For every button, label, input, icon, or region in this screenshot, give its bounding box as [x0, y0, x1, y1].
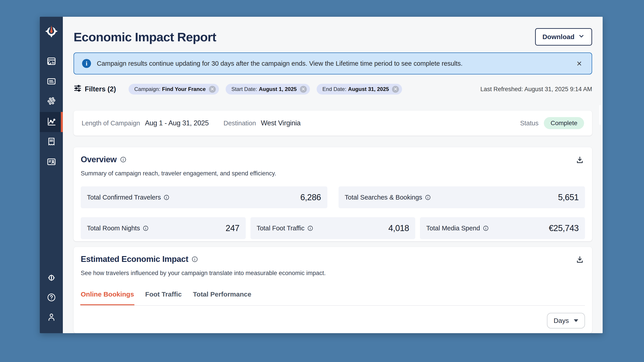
filters-label: Filters (2)	[74, 84, 116, 94]
app-logo[interactable]	[40, 17, 63, 43]
export-overview-icon[interactable]	[575, 155, 585, 166]
info-circle-icon[interactable]	[307, 225, 313, 231]
sidebar-item-profile[interactable]	[40, 308, 63, 327]
stat-value: €25,743	[549, 223, 579, 233]
receipt-icon	[46, 137, 56, 147]
overview-card: Overview Summary of campaign reach, trav…	[74, 147, 592, 241]
period-select[interactable]: Days	[547, 313, 585, 329]
impact-tabs: Online Bookings Foot Traffic Total Perfo…	[81, 291, 585, 305]
destination-value: West Virginia	[261, 119, 301, 127]
info-circle-icon[interactable]	[164, 194, 170, 200]
info-circle-icon[interactable]	[120, 156, 126, 163]
download-button[interactable]: Download	[535, 28, 592, 45]
stat-value: 6,286	[300, 193, 321, 202]
sidebar-item-brand[interactable]	[40, 268, 63, 288]
stat-total-room-nights: Total Room Nights 247	[81, 217, 246, 239]
download-button-label: Download	[542, 33, 574, 41]
id-card-icon	[46, 157, 56, 168]
sidebar-item-contacts[interactable]	[40, 152, 63, 172]
overview-title: Overview	[81, 155, 126, 164]
chip-remove-icon[interactable]: ✕	[209, 86, 216, 93]
tab-online-bookings[interactable]: Online Bookings	[81, 291, 134, 305]
tab-total-performance[interactable]: Total Performance	[193, 291, 251, 305]
banner-text: Campaign results continue updating for 3…	[97, 60, 575, 67]
page-title: Economic Impact Report	[74, 30, 216, 44]
sidebar-item-help[interactable]	[40, 288, 63, 308]
line-chart-icon	[46, 117, 56, 127]
info-circle-icon[interactable]	[425, 194, 431, 200]
info-banner: i Campaign results continue updating for…	[74, 52, 592, 74]
compass-icon	[47, 273, 56, 283]
chip-remove-icon[interactable]: ✕	[392, 86, 399, 93]
tabs-divider	[81, 305, 585, 306]
tab-foot-traffic[interactable]: Foot Traffic	[145, 291, 182, 305]
app-window: Economic Impact Report Download i Campai…	[40, 17, 603, 333]
stat-total-searches-bookings: Total Searches & Bookings 5,651	[338, 186, 585, 208]
stat-value: 4,018	[388, 223, 409, 233]
stat-value: 5,651	[558, 193, 579, 202]
last-refreshed-text: Last Refreshed: August 31, 2025 9:14 AM	[480, 86, 592, 93]
stat-total-confirmed-travelers: Total Confirmed Travelers 6,286	[81, 186, 327, 208]
stat-total-foot-traffic: Total Foot Traffic 4,018	[250, 217, 416, 239]
info-circle-icon[interactable]	[143, 225, 149, 231]
sidebar-item-audiences[interactable]	[40, 92, 63, 112]
status-badge: Complete	[544, 117, 584, 129]
dashboard-icon	[46, 56, 56, 67]
sidebar	[40, 17, 63, 333]
filters-row: Filters (2) Campaign: Find Your France ✕…	[74, 83, 592, 95]
stat-total-media-spend: Total Media Spend €25,743	[420, 217, 585, 239]
period-select-value: Days	[554, 317, 569, 325]
campaign-destination: Destination West Virginia	[224, 119, 300, 127]
campaign-summary-card: Length of Campaign Aug 1 - Aug 31, 2025 …	[74, 111, 592, 136]
filter-chip-start-date[interactable]: Start Date: August 1, 2025 ✕	[226, 84, 310, 94]
campaign-length-value: Aug 1 - Aug 31, 2025	[145, 119, 209, 127]
scrollbar-thumb[interactable]	[599, 105, 601, 125]
destination-label: Destination	[224, 120, 256, 127]
overview-subtitle: Summary of campaign reach, traveler enga…	[81, 170, 585, 177]
filter-chips: Campaign: Find Your France ✕ Start Date:…	[128, 84, 402, 94]
dots-cluster-icon	[46, 96, 56, 107]
export-impact-icon[interactable]	[575, 255, 585, 266]
chevron-down-icon	[578, 33, 585, 41]
info-icon: i	[82, 59, 91, 68]
compass-logo-icon	[45, 25, 58, 39]
campaign-length-label: Length of Campaign	[82, 120, 140, 127]
main-content: Economic Impact Report Download i Campai…	[74, 17, 592, 333]
campaign-length: Length of Campaign Aug 1 - Aug 31, 2025	[82, 119, 209, 127]
sidebar-item-analytics[interactable]	[40, 112, 63, 132]
card-icon	[46, 76, 56, 87]
chip-remove-icon[interactable]: ✕	[300, 86, 307, 93]
economic-impact-card: Estimated Economic Impact See how travel…	[74, 247, 592, 333]
sidebar-item-reports[interactable]	[40, 132, 63, 152]
impact-subtitle: See how travelers influenced by your cam…	[81, 270, 585, 277]
info-circle-icon[interactable]	[483, 225, 489, 231]
filter-chip-end-date[interactable]: End Date: August 31, 2025 ✕	[317, 84, 402, 94]
impact-title: Estimated Economic Impact	[81, 255, 198, 264]
campaign-status: Status Complete	[520, 117, 584, 129]
status-label: Status	[520, 120, 538, 127]
page-header: Economic Impact Report Download	[74, 28, 592, 46]
overview-stats-row-1: Total Confirmed Travelers 6,286 Total Se…	[81, 186, 585, 208]
caret-down-icon	[574, 319, 578, 322]
info-circle-icon[interactable]	[192, 256, 198, 263]
filter-chip-campaign[interactable]: Campaign: Find Your France ✕	[128, 84, 219, 94]
banner-close-icon[interactable]: ×	[575, 58, 584, 69]
help-icon	[47, 293, 56, 303]
stat-value: 247	[226, 223, 240, 233]
sidebar-item-campaigns[interactable]	[40, 72, 63, 92]
overview-stats-row-2: Total Room Nights 247 Total Foot Traffic	[81, 217, 585, 239]
filter-sliders-icon	[74, 84, 82, 94]
profile-icon	[47, 312, 56, 323]
sidebar-item-dashboard[interactable]	[40, 52, 63, 72]
